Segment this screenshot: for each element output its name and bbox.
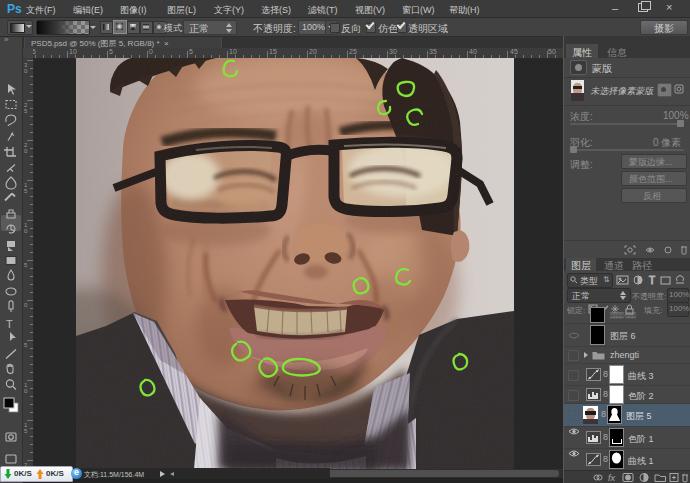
- svg-text:T: T: [649, 275, 655, 286]
- svg-text:T: T: [6, 318, 13, 330]
- svg-text:fx: fx: [608, 473, 616, 483]
